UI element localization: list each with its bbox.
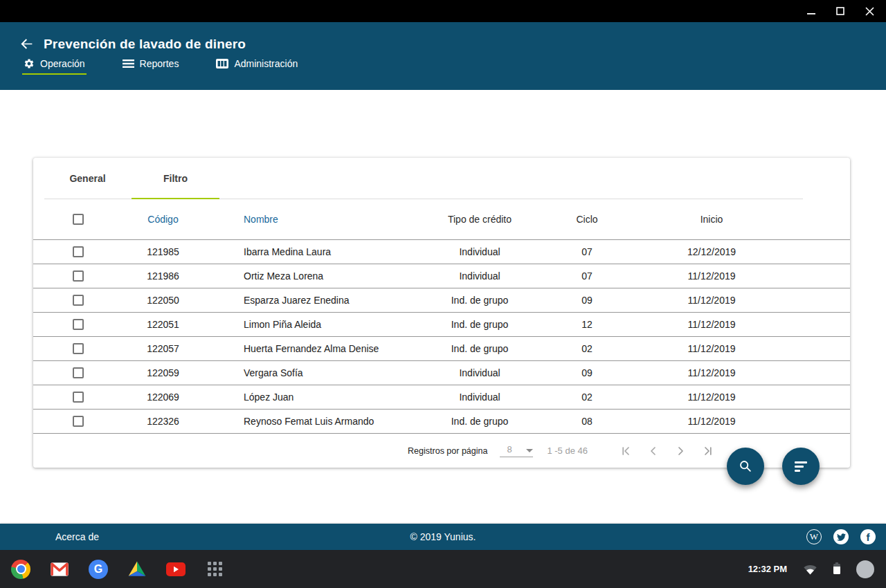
row-checkbox[interactable] — [73, 416, 84, 427]
column-header-inicio: Inicio — [656, 214, 767, 225]
wifi-icon — [803, 564, 817, 575]
cell-ciclo: 07 — [518, 270, 656, 282]
cell-nombre: Esparza Juarez Enedina — [203, 295, 442, 306]
cell-tipo-credito: Ind. de grupo — [442, 295, 518, 306]
cell-tipo-credito: Individual — [442, 270, 518, 282]
facebook-icon[interactable]: f — [860, 529, 876, 544]
chrome-icon[interactable] — [11, 560, 30, 579]
cell-tipo-credito: Ind. de grupo — [442, 416, 518, 427]
main-nav: Operación Reportes Administración — [19, 55, 886, 77]
row-checkbox[interactable] — [73, 270, 84, 282]
shelf-apps: G — [0, 560, 224, 579]
apps-grid-icon[interactable] — [205, 560, 224, 579]
cell-ciclo: 09 — [518, 367, 656, 378]
cell-codigo: 122051 — [123, 319, 203, 330]
system-tray[interactable]: 12:32 PM — [748, 560, 886, 578]
row-checkbox[interactable] — [73, 392, 84, 403]
rows-per-page-label: Registros por página — [408, 446, 487, 456]
cell-inicio: 11/12/2019 — [656, 343, 767, 354]
copyright-text: © 2019 Yunius. — [0, 531, 886, 542]
cell-codigo: 122057 — [123, 343, 203, 354]
column-header-nombre[interactable]: Nombre — [203, 214, 442, 225]
cell-ciclo: 08 — [518, 416, 656, 427]
select-all-checkbox[interactable] — [73, 214, 84, 225]
cell-nombre: Vergara Sofía — [203, 367, 442, 378]
table-row: 121985 Ibarra Medina Laura Individual 07… — [33, 239, 850, 264]
cell-nombre: Reynoso Femat Luis Armando — [203, 416, 442, 427]
social-links: W f — [806, 529, 886, 544]
nav-label: Operación — [40, 58, 85, 69]
cell-inicio: 11/12/2019 — [656, 319, 767, 330]
row-checkbox[interactable] — [73, 295, 84, 306]
cell-codigo: 121985 — [123, 246, 203, 257]
nav-item-reportes[interactable]: Reportes — [121, 55, 181, 77]
tab-general[interactable]: General — [44, 158, 132, 199]
results-card: General Filtro Código Nombre Tipo de cré… — [33, 158, 850, 468]
card-tabs: General Filtro — [33, 158, 850, 199]
search-fab[interactable] — [727, 448, 764, 485]
wordpress-icon[interactable]: W — [806, 529, 822, 544]
cell-ciclo: 09 — [518, 295, 656, 306]
cell-tipo-credito: Individual — [442, 246, 518, 257]
avatar[interactable] — [856, 560, 874, 578]
about-link[interactable]: Acerca de — [55, 531, 99, 542]
cell-tipo-credito: Individual — [442, 367, 518, 378]
row-checkbox[interactable] — [73, 367, 84, 378]
twitter-icon[interactable] — [833, 529, 849, 544]
gear-icon — [24, 58, 35, 69]
table-row: 122051 Limon Piña Aleida Ind. de grupo 1… — [33, 312, 850, 336]
table-body: 121985 Ibarra Medina Laura Individual 07… — [33, 239, 850, 433]
pagination-range: 1 -5 de 46 — [547, 445, 588, 456]
cell-tipo-credito: Ind. de grupo — [442, 319, 518, 330]
nav-item-administracion[interactable]: Administración — [215, 55, 299, 77]
columns-icon — [216, 59, 228, 68]
youtube-icon[interactable] — [166, 560, 186, 579]
window-titlebar — [0, 0, 886, 22]
filter-fab[interactable] — [782, 448, 820, 485]
cell-codigo: 122050 — [123, 295, 203, 306]
nav-label: Reportes — [140, 58, 179, 69]
shelf-taskbar: G 12:32 PM — [0, 550, 886, 588]
first-page-button[interactable] — [620, 444, 633, 458]
cell-nombre: Ortiz Meza Lorena — [203, 270, 442, 282]
cell-inicio: 11/12/2019 — [656, 416, 767, 427]
google-icon[interactable]: G — [89, 560, 108, 579]
cell-nombre: Huerta Fernandez Alma Denise — [203, 343, 442, 354]
page-size-select[interactable]: 8 — [500, 444, 533, 457]
row-checkbox[interactable] — [73, 246, 84, 257]
previous-page-button[interactable] — [647, 444, 660, 458]
app-footer: Acerca de © 2019 Yunius. W f — [0, 524, 886, 550]
minimize-button[interactable] — [804, 4, 818, 18]
cell-codigo: 121986 — [123, 270, 203, 282]
next-page-button[interactable] — [673, 444, 687, 458]
table-row: 121986 Ortiz Meza Lorena Individual 07 1… — [33, 264, 850, 288]
last-page-button[interactable] — [700, 444, 714, 458]
nav-item-operacion[interactable]: Operación — [22, 55, 87, 77]
close-button[interactable] — [862, 4, 876, 18]
app-header: Prevención de lavado de dinero Operación… — [0, 22, 886, 90]
table-header-row: Código Nombre Tipo de crédito Ciclo Inic… — [33, 199, 850, 239]
table-row: 122059 Vergara Sofía Individual 09 11/12… — [33, 360, 850, 385]
cell-codigo: 122326 — [123, 416, 203, 427]
table-row: 122057 Huerta Fernandez Alma Denise Ind.… — [33, 336, 850, 360]
nav-label: Administración — [234, 58, 298, 69]
column-header-codigo[interactable]: Código — [123, 214, 203, 225]
maximize-button[interactable] — [833, 4, 847, 18]
row-checkbox[interactable] — [73, 319, 84, 330]
row-checkbox[interactable] — [73, 343, 84, 354]
gmail-icon[interactable] — [50, 560, 69, 579]
cell-tipo-credito: Individual — [442, 392, 518, 403]
back-arrow-icon[interactable] — [19, 37, 34, 51]
tab-filtro[interactable]: Filtro — [132, 158, 219, 199]
battery-icon — [833, 564, 840, 574]
cell-inicio: 11/12/2019 — [656, 392, 767, 403]
cell-nombre: Limon Piña Aleida — [203, 319, 442, 330]
page-title: Prevención de lavado de dinero — [44, 37, 246, 52]
cell-ciclo: 07 — [518, 246, 656, 257]
filter-icon — [795, 461, 807, 472]
table-row: 122050 Esparza Juarez Enedina Ind. de gr… — [33, 288, 850, 312]
page-size-value: 8 — [500, 444, 512, 454]
drive-icon[interactable] — [127, 560, 147, 579]
pager-controls — [620, 444, 714, 458]
search-icon — [738, 459, 753, 474]
